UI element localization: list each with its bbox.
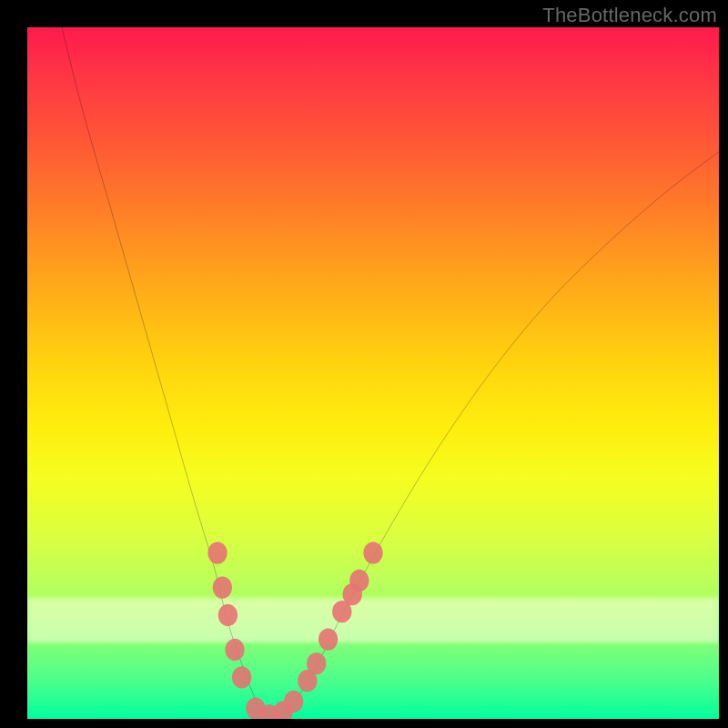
watermark-text: TheBottleneck.com: [542, 4, 717, 27]
marker-dot: [284, 691, 303, 713]
marker-dot: [349, 570, 369, 592]
marker-dot: [232, 666, 251, 688]
marker-dot: [225, 639, 244, 661]
marker-dot: [218, 604, 238, 626]
marker-dot: [213, 576, 232, 598]
outer-frame: TheBottleneck.com: [0, 0, 728, 728]
marker-dot: [363, 541, 382, 563]
marker-layer: [27, 27, 719, 719]
marker-dot: [207, 541, 227, 563]
plot-area: [27, 27, 719, 719]
marker-dot: [307, 652, 326, 674]
marker-dot: [318, 628, 338, 650]
